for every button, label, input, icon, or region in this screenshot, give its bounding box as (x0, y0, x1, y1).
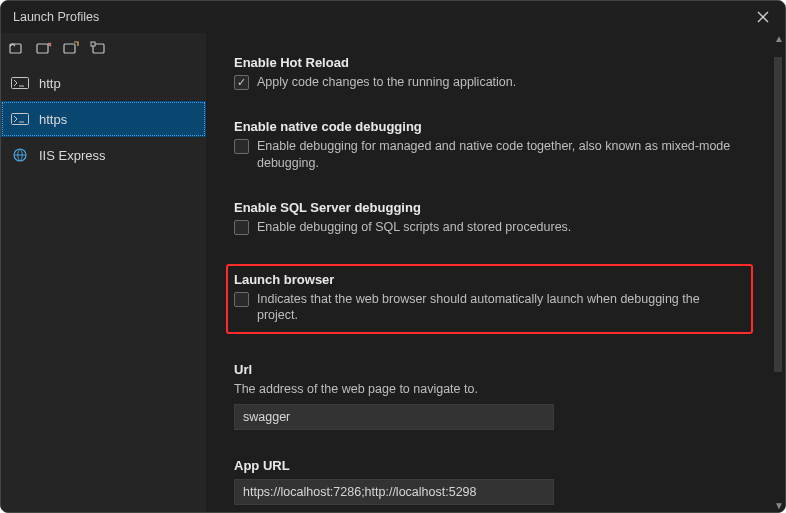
new-profile-icon[interactable] (9, 40, 25, 56)
section-native-debug: Enable native code debugging Enable debu… (234, 119, 743, 172)
launch-profiles-dialog: Launch Profiles (0, 0, 786, 513)
content-wrap: Enable Hot Reload Apply code changes to … (206, 33, 785, 512)
url-desc: The address of the web page to navigate … (234, 381, 743, 398)
section-app-url: App URL (234, 458, 743, 505)
section-title: App URL (234, 458, 743, 473)
section-title: Url (234, 362, 743, 377)
profile-item-https[interactable]: https (1, 101, 206, 137)
sql-debug-checkbox[interactable] (234, 220, 249, 235)
section-hot-reload: Enable Hot Reload Apply code changes to … (234, 55, 743, 91)
vertical-scrollbar[interactable]: ▲ ▼ (771, 33, 785, 512)
titlebar: Launch Profiles (1, 1, 785, 33)
svg-rect-6 (12, 114, 29, 125)
dialog-body: http https IIS Express (1, 33, 785, 512)
hot-reload-desc: Apply code changes to the running applic… (257, 74, 516, 91)
profile-label: http (39, 76, 61, 91)
settings-content: Enable Hot Reload Apply code changes to … (206, 33, 771, 512)
native-debug-checkbox[interactable] (234, 139, 249, 154)
section-title: Enable SQL Server debugging (234, 200, 743, 215)
sidebar: http https IIS Express (1, 33, 206, 512)
launch-browser-desc: Indicates that the web browser should au… (257, 291, 743, 325)
section-title: Launch browser (234, 272, 743, 287)
duplicate-profile-icon[interactable] (63, 40, 79, 56)
hot-reload-checkbox[interactable] (234, 75, 249, 90)
section-sql-debug: Enable SQL Server debugging Enable debug… (234, 200, 743, 236)
profile-item-http[interactable]: http (1, 65, 206, 101)
section-url: Url The address of the web page to navig… (234, 362, 743, 430)
profile-label: https (39, 112, 67, 127)
svg-rect-4 (91, 42, 95, 46)
profile-toolbar (1, 33, 206, 63)
profile-item-iis-express[interactable]: IIS Express (1, 137, 206, 173)
terminal-icon (11, 76, 29, 90)
svg-rect-5 (12, 78, 29, 89)
launch-browser-checkbox[interactable] (234, 292, 249, 307)
profile-label: IIS Express (39, 148, 105, 163)
scroll-thumb[interactable] (774, 57, 782, 372)
rename-profile-icon[interactable] (90, 40, 106, 56)
native-debug-desc: Enable debugging for managed and native … (257, 138, 743, 172)
terminal-icon (11, 112, 29, 126)
app-url-input[interactable] (234, 479, 554, 505)
section-launch-browser: Launch browser Indicates that the web br… (226, 264, 753, 335)
delete-profile-icon[interactable] (36, 40, 52, 56)
close-button[interactable] (753, 7, 773, 27)
url-input[interactable] (234, 404, 554, 430)
section-title: Enable native code debugging (234, 119, 743, 134)
scroll-track[interactable] (774, 37, 782, 508)
sql-debug-desc: Enable debugging of SQL scripts and stor… (257, 219, 571, 236)
close-icon (757, 11, 769, 23)
globe-icon (11, 148, 29, 162)
scroll-down-icon[interactable]: ▼ (774, 502, 782, 510)
dialog-title: Launch Profiles (13, 10, 99, 24)
section-title: Enable Hot Reload (234, 55, 743, 70)
svg-rect-1 (37, 44, 48, 53)
svg-rect-2 (64, 44, 75, 53)
profile-list: http https IIS Express (1, 63, 206, 512)
